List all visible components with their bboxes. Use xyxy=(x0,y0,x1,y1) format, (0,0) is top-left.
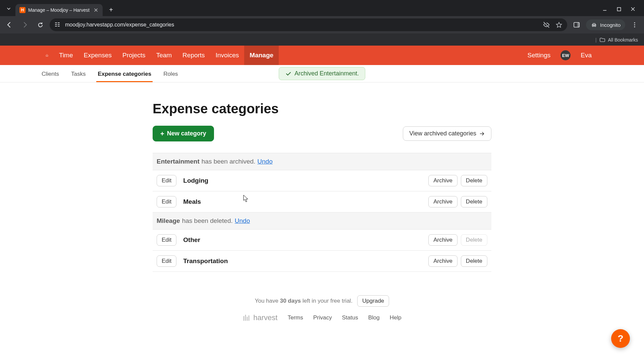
svg-point-12 xyxy=(634,24,635,25)
subnav-clients[interactable]: Clients xyxy=(40,71,60,82)
harvest-logo-icon xyxy=(243,314,251,322)
tab-title: Manage – Moodjoy – Harvest xyxy=(28,7,91,13)
delete-button[interactable]: Delete xyxy=(461,196,487,207)
check-icon xyxy=(285,70,292,77)
nav-settings[interactable]: Settings xyxy=(522,46,556,65)
incognito-label: Incognito xyxy=(600,22,621,28)
arrow-right-icon xyxy=(479,131,485,137)
category-name: Transportation xyxy=(183,257,228,265)
delete-button[interactable]: Delete xyxy=(461,175,487,186)
svg-rect-8 xyxy=(577,22,579,27)
footer-help[interactable]: Help xyxy=(390,314,401,321)
titlebar: H Manage – Moodjoy – Harvest + xyxy=(0,0,644,16)
archive-button[interactable]: Archive xyxy=(428,175,458,186)
help-fab[interactable]: ? xyxy=(611,329,630,348)
chrome-menu-button[interactable] xyxy=(629,19,641,31)
list-item: Edit Other Archive Delete xyxy=(153,230,491,251)
trial-suffix: left in your free trial. xyxy=(301,298,353,304)
action-row: + New category View archived categories xyxy=(153,126,491,141)
edit-button[interactable]: Edit xyxy=(157,175,176,186)
browser-toolbar: moodjoy.harvestapp.com/expense_categorie… xyxy=(0,16,644,34)
list-notice-deleted: Mileage has been deleted. Undo xyxy=(153,213,491,230)
back-button[interactable] xyxy=(3,19,15,31)
list-item: Edit Lodging Archive Delete xyxy=(153,170,491,191)
nav-projects[interactable]: Projects xyxy=(117,46,151,65)
nav-user-name[interactable]: Eva xyxy=(575,46,597,65)
svg-point-13 xyxy=(634,26,635,27)
svg-point-10 xyxy=(594,25,596,26)
home-icon xyxy=(46,52,48,59)
new-category-label: New category xyxy=(167,130,206,137)
delete-button: Delete xyxy=(461,234,487,246)
subnav-tasks[interactable]: Tasks xyxy=(70,71,87,82)
new-tab-button[interactable]: + xyxy=(106,5,116,15)
nav-home[interactable] xyxy=(40,46,54,65)
svg-point-9 xyxy=(592,25,594,26)
svg-point-11 xyxy=(634,22,635,23)
list-notice-archived: Entertainment has been archived. Undo xyxy=(153,153,491,170)
footer-blog[interactable]: Blog xyxy=(368,314,380,321)
address-bar-actions xyxy=(543,21,562,28)
nav-invoices[interactable]: Invoices xyxy=(210,46,245,65)
close-window-button[interactable] xyxy=(630,6,636,12)
maximize-button[interactable] xyxy=(616,6,622,12)
address-bar[interactable]: moodjoy.harvestapp.com/expense_categorie… xyxy=(50,18,567,31)
subnav-expense-categories[interactable]: Expense categories xyxy=(96,71,153,82)
toast: Archived Entertainment. xyxy=(279,67,365,80)
view-archived-button[interactable]: View archived categories xyxy=(403,126,491,141)
new-category-button[interactable]: + New category xyxy=(153,126,214,141)
archive-button[interactable]: Archive xyxy=(428,196,458,207)
footer-privacy[interactable]: Privacy xyxy=(313,314,332,321)
undo-link[interactable]: Undo xyxy=(235,217,250,225)
browser-chrome: H Manage – Moodjoy – Harvest + xyxy=(0,0,644,46)
nav-reports[interactable]: Reports xyxy=(177,46,210,65)
delete-button[interactable]: Delete xyxy=(461,255,487,267)
minimize-button[interactable] xyxy=(602,6,608,12)
site-settings-icon[interactable] xyxy=(54,21,61,28)
nav-team[interactable]: Team xyxy=(151,46,177,65)
browser-tab[interactable]: H Manage – Moodjoy – Harvest xyxy=(15,4,103,16)
svg-rect-5 xyxy=(55,26,57,26)
archive-button[interactable]: Archive xyxy=(428,234,458,246)
nav-time[interactable]: Time xyxy=(54,46,78,65)
trial-banner: You have 30 days left in your free trial… xyxy=(255,295,389,307)
footer-status[interactable]: Status xyxy=(342,314,358,321)
footer: You have 30 days left in your free trial… xyxy=(153,295,491,322)
avatar[interactable]: EW xyxy=(560,50,571,60)
list-item: Edit Transportation Archive Delete xyxy=(153,251,491,272)
subnav-roles[interactable]: Roles xyxy=(162,71,179,82)
trial-prefix: You have xyxy=(255,298,280,304)
nav-manage[interactable]: Manage xyxy=(244,46,279,65)
svg-rect-2 xyxy=(58,22,60,23)
undo-link[interactable]: Undo xyxy=(257,158,272,165)
brand-text: harvest xyxy=(253,313,277,322)
upgrade-button[interactable]: Upgrade xyxy=(357,295,389,307)
footer-links: harvest Terms Privacy Status Blog Help xyxy=(243,313,401,322)
nav-expenses[interactable]: Expenses xyxy=(78,46,117,65)
footer-terms[interactable]: Terms xyxy=(287,314,303,321)
notice-msg: has been deleted. xyxy=(182,217,233,225)
side-panel-button[interactable] xyxy=(571,19,583,31)
tab-search-button[interactable] xyxy=(3,3,14,14)
archive-button[interactable]: Archive xyxy=(428,255,458,267)
reload-button[interactable] xyxy=(34,19,46,31)
tab-close-button[interactable] xyxy=(93,7,99,13)
incognito-chip[interactable]: Incognito xyxy=(586,19,625,30)
svg-rect-6 xyxy=(58,26,60,26)
trial-days: 30 days xyxy=(280,298,301,304)
tab-strip: H Manage – Moodjoy – Harvest + xyxy=(3,0,116,16)
bookmarks-bar: | All Bookmarks xyxy=(0,34,644,46)
edit-button[interactable]: Edit xyxy=(157,255,176,267)
all-bookmarks-link[interactable]: All Bookmarks xyxy=(608,37,638,43)
edit-button[interactable]: Edit xyxy=(157,196,176,207)
primary-nav: Time Expenses Projects Team Reports Invo… xyxy=(0,46,644,65)
eye-off-icon[interactable] xyxy=(543,21,550,28)
category-name: Lodging xyxy=(183,177,208,184)
app-viewport: Time Expenses Projects Team Reports Invo… xyxy=(0,46,644,362)
bookmark-star-icon[interactable] xyxy=(555,21,562,28)
toast-text: Archived Entertainment. xyxy=(294,70,359,77)
view-archived-label: View archived categories xyxy=(409,130,476,137)
forward-button[interactable] xyxy=(19,19,31,31)
edit-button[interactable]: Edit xyxy=(157,234,176,246)
folder-icon xyxy=(599,37,605,43)
